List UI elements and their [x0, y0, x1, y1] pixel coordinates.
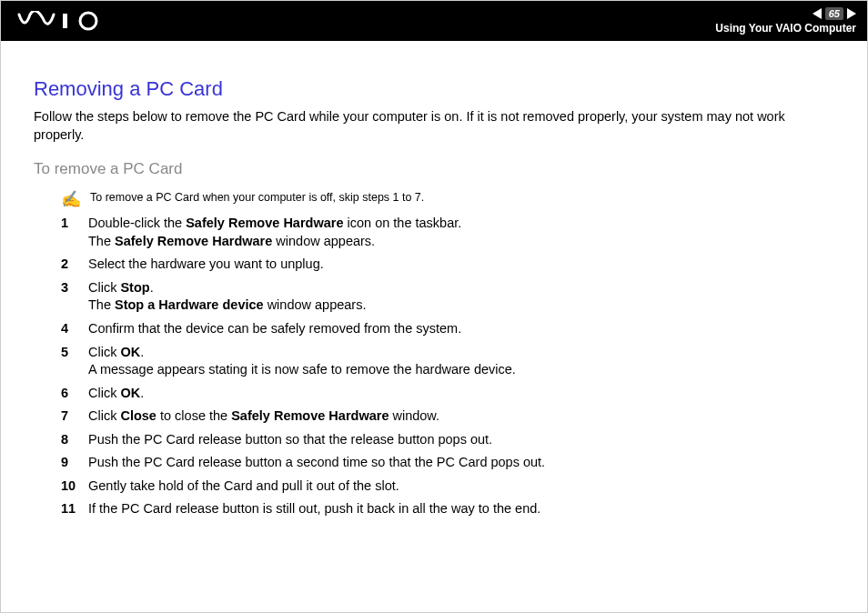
page-title: Removing a PC Card [34, 77, 834, 101]
subtitle: To remove a PC Card [34, 160, 834, 178]
step-text: Click Stop.The Stop a Hardware device wi… [88, 279, 366, 315]
list-item: 10Gently take hold of the Card and pull … [61, 477, 834, 496]
step-number: 3 [61, 279, 88, 315]
prev-page-icon[interactable] [812, 8, 822, 19]
step-text: Click Close to close the Safely Remove H… [88, 407, 439, 426]
step-number: 10 [61, 477, 88, 496]
step-text: Click OK. [88, 385, 144, 403]
step-text: If the PC Card release button is still o… [88, 500, 540, 518]
note-text: To remove a PC Card when your computer i… [90, 191, 424, 204]
page-number: 65 [825, 7, 843, 20]
step-number: 8 [61, 431, 88, 449]
header-bar: 65 Using Your VAIO Computer [1, 1, 867, 41]
next-page-icon[interactable] [847, 8, 856, 19]
svg-point-1 [80, 13, 96, 29]
step-number: 11 [61, 500, 88, 518]
list-item: 3Click Stop.The Stop a Hardware device w… [61, 279, 834, 315]
list-item: 1Double-click the Safely Remove Hardware… [61, 215, 834, 250]
step-text: Push the PC Card release button a second… [88, 454, 545, 472]
step-text: Select the hardware you want to unplug. [88, 256, 324, 274]
note-block: ✍ To remove a PC Card when your computer… [61, 191, 834, 207]
step-text: Double-click the Safely Remove Hardware … [88, 215, 461, 250]
list-item: 9Push the PC Card release button a secon… [61, 454, 834, 472]
list-item: 8Push the PC Card release button so that… [61, 431, 834, 449]
list-item: 5Click OK.A message appears stating it i… [61, 344, 834, 379]
note-icon: ✍ [61, 191, 81, 207]
list-item: 4Confirm that the device can be safely r… [61, 320, 834, 338]
step-text: Click OK.A message appears stating it is… [88, 344, 516, 379]
step-text: Push the PC Card release button so that … [88, 431, 492, 449]
header-right: 65 Using Your VAIO Computer [715, 7, 856, 35]
step-number: 7 [61, 407, 88, 426]
list-item: 2Select the hardware you want to unplug. [61, 256, 834, 274]
intro-text: Follow the steps below to remove the PC … [34, 108, 834, 144]
list-item: 11If the PC Card release button is still… [61, 500, 834, 518]
step-number: 5 [61, 344, 88, 379]
step-number: 9 [61, 454, 88, 472]
step-number: 1 [61, 215, 88, 250]
step-number: 2 [61, 256, 88, 274]
steps-list: 1Double-click the Safely Remove Hardware… [61, 215, 834, 518]
step-text: Gently take hold of the Card and pull it… [88, 477, 399, 496]
step-number: 4 [61, 320, 88, 338]
list-item: 6Click OK. [61, 385, 834, 403]
step-number: 6 [61, 385, 88, 403]
step-text: Confirm that the device can be safely re… [88, 320, 461, 338]
vaio-logo [17, 11, 108, 31]
svg-rect-0 [63, 14, 67, 28]
list-item: 7Click Close to close the Safely Remove … [61, 407, 834, 426]
page: 65 Using Your VAIO Computer Removing a P… [0, 0, 868, 613]
page-nav: 65 [812, 7, 856, 20]
content: Removing a PC Card Follow the steps belo… [1, 41, 867, 518]
section-label: Using Your VAIO Computer [715, 22, 856, 35]
